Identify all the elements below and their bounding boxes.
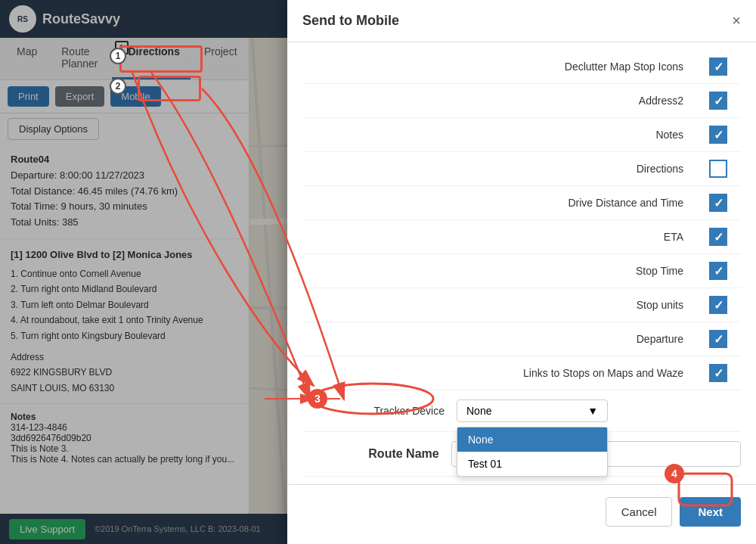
chevron-down-icon: ▼ — [587, 405, 598, 417]
cancel-button[interactable]: Cancel — [606, 497, 673, 527]
departure-form-label: Departure — [302, 333, 696, 345]
modal-body: Declutter Map Stop Icons ✓ Address2 ✓ No… — [287, 42, 756, 484]
directions-checkbox-area[interactable] — [696, 160, 741, 178]
modal-footer: Cancel Next — [287, 484, 756, 539]
notes-checkbox-area[interactable]: ✓ — [696, 126, 741, 144]
tracker-dropdown-wrapper: None ▼ None Test 01 — [457, 399, 608, 422]
directions-checkbox[interactable] — [709, 160, 727, 178]
tracker-device-label: Tracker Device — [302, 405, 457, 417]
form-row-drive: Drive Distance and Time ✓ — [302, 186, 741, 220]
tracker-dropdown: None Test 01 — [457, 427, 608, 477]
stop-time-checkbox-area[interactable]: ✓ — [696, 262, 741, 280]
notes-checkbox[interactable]: ✓ — [709, 126, 727, 144]
address2-checkbox-area[interactable]: ✓ — [696, 92, 741, 110]
modal-close-button[interactable]: × — [732, 12, 741, 30]
stop-units-checkbox[interactable]: ✓ — [709, 296, 727, 314]
eta-checkbox[interactable]: ✓ — [709, 228, 727, 246]
form-row-departure: Departure ✓ — [302, 322, 741, 356]
modal-title: Send to Mobile — [302, 13, 399, 29]
directions-form-label: Directions — [302, 163, 696, 175]
modal-overlay: Send to Mobile × Declutter Map Stop Icon… — [0, 0, 756, 544]
stop-time-checkbox[interactable]: ✓ — [709, 262, 727, 280]
tracker-select-area: None ▼ None Test 01 — [457, 399, 741, 422]
tracker-device-row: Tracker Device None ▼ None — [302, 390, 741, 432]
stop-time-label: Stop Time — [302, 265, 696, 277]
stop-units-label: Stop units — [302, 299, 696, 311]
declutter-checkbox-area[interactable]: ✓ — [696, 58, 741, 76]
tracker-selected-value: None — [466, 405, 491, 417]
form-row-directions: Directions — [302, 152, 741, 186]
departure-checkbox-area[interactable]: ✓ — [696, 330, 741, 348]
form-row-address2: Address2 ✓ — [302, 84, 741, 118]
form-row-stop-time: Stop Time ✓ — [302, 254, 741, 288]
drive-checkbox-area[interactable]: ✓ — [696, 194, 741, 212]
form-row-stop-units: Stop units ✓ — [302, 288, 741, 322]
drive-checkbox[interactable]: ✓ — [709, 194, 727, 212]
departure-checkbox[interactable]: ✓ — [709, 330, 727, 348]
dropdown-item-none[interactable]: None — [457, 427, 607, 452]
address2-label: Address2 — [302, 95, 696, 107]
form-row-notes: Notes ✓ — [302, 118, 741, 152]
links-checkbox[interactable]: ✓ — [709, 364, 727, 382]
send-to-mobile-modal: Send to Mobile × Declutter Map Stop Icon… — [287, 0, 756, 544]
form-row-declutter: Declutter Map Stop Icons ✓ — [302, 50, 741, 84]
eta-label: ETA — [302, 231, 696, 243]
stop-units-checkbox-area[interactable]: ✓ — [696, 296, 741, 314]
tracker-select[interactable]: None ▼ — [457, 399, 608, 422]
next-button[interactable]: Next — [680, 497, 741, 527]
links-checkbox-area[interactable]: ✓ — [696, 364, 741, 382]
declutter-label: Declutter Map Stop Icons — [302, 61, 696, 73]
notes-form-label: Notes — [302, 129, 696, 141]
eta-checkbox-area[interactable]: ✓ — [696, 228, 741, 246]
modal-header: Send to Mobile × — [287, 0, 756, 42]
form-row-links: Links to Stops on Maps and Waze ✓ — [302, 356, 741, 390]
dropdown-item-test01[interactable]: Test 01 — [457, 452, 607, 476]
form-row-eta: ETA ✓ — [302, 220, 741, 254]
route-name-form-label: Route Name — [302, 447, 451, 461]
drive-label: Drive Distance and Time — [302, 197, 696, 209]
address2-checkbox[interactable]: ✓ — [709, 92, 727, 110]
declutter-checkbox[interactable]: ✓ — [709, 58, 727, 76]
links-label: Links to Stops on Maps and Waze — [302, 367, 696, 379]
